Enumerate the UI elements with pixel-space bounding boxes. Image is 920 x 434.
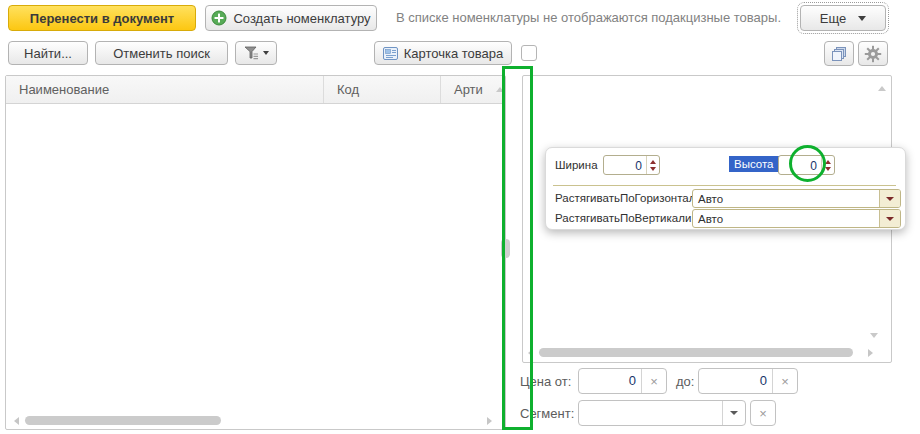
properties-popup: Ширина 0 Высота 0 РастягиватьПоГоризонта… <box>545 147 906 230</box>
caret-down-icon <box>886 217 894 221</box>
scroll-down-icon[interactable] <box>870 333 878 338</box>
spinner-buttons[interactable] <box>646 156 659 174</box>
spin-down-icon[interactable] <box>650 167 656 171</box>
nomenclature-list-pane: Наименование Код Арти <box>5 75 506 430</box>
funnel-icon <box>244 46 259 60</box>
scroll-right-icon[interactable] <box>868 349 873 357</box>
settings-button[interactable] <box>858 41 888 66</box>
hscroll-thumb[interactable] <box>25 416 221 425</box>
create-nomenclature-button[interactable]: Создать номенклатуру <box>205 5 377 31</box>
stretch-horizontal-select[interactable]: Авто <box>692 189 901 208</box>
popup-divider <box>553 185 896 186</box>
segment-clear-button[interactable]: × <box>750 400 776 426</box>
spin-up-icon[interactable] <box>650 160 656 164</box>
combo-dropdown-button[interactable] <box>879 190 900 207</box>
spin-up-icon[interactable] <box>825 160 831 164</box>
plus-circle-icon <box>211 10 227 26</box>
width-spinner[interactable]: 0 <box>603 155 660 175</box>
caret-down-icon <box>886 197 894 201</box>
price-to-field[interactable]: 0 × <box>698 368 798 394</box>
combo-dropdown-button[interactable] <box>879 210 900 227</box>
product-card-icon <box>383 47 398 60</box>
transfer-to-document-button[interactable]: Перенести в документ <box>8 5 196 31</box>
column-header-code[interactable]: Код <box>324 76 441 103</box>
segment-value[interactable] <box>579 401 722 425</box>
stretch-vertical-value[interactable]: Авто <box>693 210 879 227</box>
price-to-value[interactable]: 0 <box>699 369 772 393</box>
product-card-button[interactable]: Карточка товара <box>374 41 512 65</box>
width-label: Ширина <box>555 159 598 171</box>
right-pane-hscrollbar[interactable] <box>526 347 865 359</box>
scroll-left-icon[interactable] <box>528 349 533 357</box>
price-from-value[interactable]: 0 <box>579 369 641 393</box>
more-label: Еще <box>820 11 846 26</box>
pane-splitter-handle[interactable] <box>501 239 510 258</box>
stretch-horizontal-value[interactable]: Авто <box>693 190 879 207</box>
clear-button[interactable]: × <box>641 369 666 393</box>
segment-dropdown-button[interactable] <box>722 401 745 425</box>
app-window: Перенести в документ Создать номенклатур… <box>0 0 920 434</box>
product-card-label: Карточка товара <box>404 46 504 61</box>
excise-notice-text: В списке номенклатуры не отображаются по… <box>396 5 781 31</box>
windows-button[interactable] <box>824 41 854 66</box>
gear-icon <box>864 45 882 63</box>
price-to-label: до: <box>676 369 694 394</box>
hscroll-thumb[interactable] <box>539 348 853 357</box>
stretch-vertical-select[interactable]: Авто <box>692 209 901 228</box>
price-from-label: Цена от: <box>520 369 571 394</box>
segment-label: Сегмент: <box>520 401 574 426</box>
scroll-left-icon[interactable] <box>14 417 19 425</box>
create-nomenclature-label: Создать номенклатуру <box>233 11 370 26</box>
more-button[interactable]: Еще <box>800 5 886 31</box>
stretch-vertical-label: РастягиватьПоВертикали <box>555 212 691 224</box>
height-spinner[interactable]: 0 <box>778 155 835 175</box>
column-header-name[interactable]: Наименование <box>6 76 324 103</box>
spin-down-icon[interactable] <box>825 167 831 171</box>
sort-indicator-icon <box>496 87 504 92</box>
caret-down-icon <box>263 51 269 55</box>
width-value[interactable]: 0 <box>604 156 646 174</box>
scroll-up-icon[interactable] <box>878 86 886 91</box>
price-from-field[interactable]: 0 × <box>578 368 667 394</box>
height-value[interactable]: 0 <box>779 156 821 174</box>
spinner-buttons[interactable] <box>821 156 834 174</box>
table-header-row: Наименование Код Арти <box>6 76 505 104</box>
unnamed-checkbox[interactable] <box>521 45 537 61</box>
stretch-horizontal-label: РастягиватьПоГоризонтали <box>555 192 702 204</box>
cancel-search-button[interactable]: Отменить поиск <box>95 41 228 65</box>
clear-button[interactable]: × <box>772 369 797 393</box>
layered-windows-icon <box>830 45 848 63</box>
left-pane-hscrollbar[interactable] <box>9 415 502 427</box>
find-button[interactable]: Найти... <box>8 41 88 65</box>
segment-field[interactable] <box>578 400 746 426</box>
scroll-right-icon[interactable] <box>487 417 492 425</box>
height-label-selected[interactable]: Высота <box>729 156 779 172</box>
caret-down-icon <box>858 16 866 21</box>
filter-menu-button[interactable] <box>235 41 277 65</box>
caret-down-icon <box>730 411 738 415</box>
